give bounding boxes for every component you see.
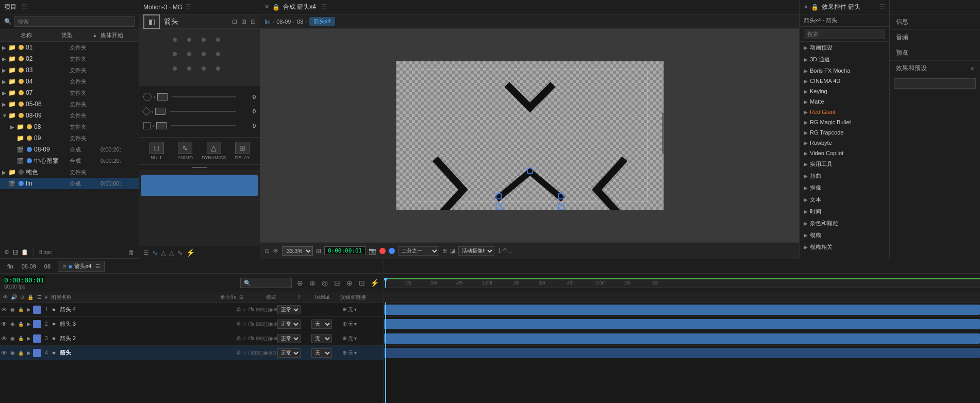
info-item[interactable]: 信息 — [890, 14, 980, 30]
project-item-fin[interactable]: ▶ 🎬 fin 合成 0:00:00: — [0, 178, 139, 189]
project-item-0809[interactable]: ▼ 📁 08-09 文件夹 — [0, 110, 139, 121]
lightning-icon[interactable]: ⚡ — [186, 248, 195, 257]
effects-cat-boris[interactable]: ▶ Boris FX Mocha — [800, 65, 889, 76]
comp-new-icon[interactable]: 📋 — [21, 249, 28, 256]
layer-3-star[interactable]: ★ — [52, 335, 60, 341]
camera-icon[interactable]: 📷 — [369, 247, 376, 255]
effects-cat-matte[interactable]: ▶ Matte — [800, 96, 889, 107]
menu-icon[interactable]: ☰ — [22, 4, 27, 11]
effects-cat-text[interactable]: ▶ 文本 — [800, 194, 889, 206]
wave-icon[interactable]: ∿ — [152, 249, 158, 257]
layer-3-expand[interactable]: ▶ — [25, 335, 33, 341]
tab-0809[interactable]: 08-09 — [19, 262, 39, 271]
chevron-left-1[interactable]: ‹ — [154, 94, 155, 100]
effects-cat-matte2[interactable]: ▶ 抠像 — [800, 182, 889, 194]
timeline-search-input[interactable] — [240, 278, 292, 288]
layer-1-expand[interactable]: ▶ — [25, 307, 33, 312]
layer-row-1[interactable]: 👁 ◉ 🔒 ▶ 1 ★ 箭头 4 单 ☆ / fx ⊞⊟◫◉⊕⊙⊡ 正常 — [0, 303, 384, 317]
layer-4-star[interactable]: ★ — [52, 350, 60, 356]
tl-solo-icon[interactable]: ◎ — [320, 279, 330, 287]
layer-row-2[interactable]: 👁 ◉ 🔒 ▶ 2 ★ 箭头 3 单 ☆ / fx ⊞⊟◫◉⊕⊙⊡ 正常 — [0, 317, 384, 331]
effects-cat-3d[interactable]: ▶ 3D 通道 — [800, 54, 889, 65]
layer-2-lock-icon[interactable]: 🔒 — [16, 322, 25, 327]
slider-2[interactable] — [170, 111, 236, 112]
chevron-left-3[interactable]: ‹ — [153, 123, 154, 129]
project-item-0809-comp[interactable]: ▶ 🎬 08-09 合成 0:00:20: — [0, 144, 139, 155]
effects-cat-blur[interactable]: ▶ 模糊 — [800, 229, 889, 241]
zoom-select[interactable]: 33.3% 50% 100% — [282, 246, 313, 256]
tl-lightning-icon[interactable]: ⚡ — [369, 279, 379, 287]
project-item-07[interactable]: ▶ 📁 07 文件夹 — [0, 87, 139, 98]
layer-2-expand[interactable]: ▶ — [25, 321, 33, 327]
motion-transform-icon[interactable]: ◧ — [143, 14, 160, 29]
animo-button[interactable]: ∿ ANIMO — [172, 142, 199, 160]
layer-2-vis-icon[interactable]: 👁 — [0, 321, 8, 328]
project-item-02[interactable]: ▶ 📁 02 文件夹 — [0, 53, 139, 64]
dynamics-button[interactable]: △ DYNAMICS — [201, 142, 227, 160]
comp-tab-label[interactable]: 合成 箭头x4 — [283, 3, 316, 11]
preview-item[interactable]: 预览 — [890, 45, 980, 61]
hamburger-icon[interactable]: ☰ — [143, 249, 149, 256]
timeline-timecode[interactable] — [4, 276, 45, 284]
motion-more-icon[interactable]: ⊟ — [251, 18, 256, 25]
tl-ripple-icon[interactable]: ⊕ — [295, 279, 305, 287]
resolution-select[interactable]: 二分之一 完整 — [398, 246, 439, 256]
motion-fit-icon[interactable]: ⊡ — [232, 18, 237, 25]
layer-3-lock-icon[interactable]: 🔒 — [16, 336, 25, 341]
null-button[interactable]: □ NULL — [143, 142, 170, 160]
lock-icon[interactable]: 🔒 — [272, 4, 280, 11]
square-control[interactable] — [143, 122, 151, 129]
layer-1-vis-icon[interactable]: 👁 — [0, 306, 8, 313]
rect-control-2[interactable] — [155, 108, 165, 115]
active-tab-close[interactable]: ✕ — [62, 263, 67, 269]
effects-cat-noise[interactable]: ▶ 杂色和颗粒 — [800, 217, 889, 229]
layer-1-star[interactable]: ★ — [52, 307, 60, 312]
delay-button[interactable]: ⊞ DELAY — [229, 142, 256, 160]
effects-cat-time[interactable]: ▶ 时间 — [800, 206, 889, 217]
layer-4-expand[interactable]: ▶ — [25, 350, 33, 356]
expand-icon[interactable]: ⊞ — [316, 247, 321, 255]
comp-menu-icon[interactable]: ☰ — [321, 4, 327, 11]
effects-cat-anim[interactable]: ▶ 动画预设 — [800, 42, 889, 54]
effects-cat-redgiant[interactable]: ▶ Red Giant — [800, 107, 889, 117]
layer-row-3[interactable]: 👁 ◉ 🔒 ▶ 3 ★ 箭头 2 单 ☆ / fx ⊞⊟◫◉⊕⊙⊡ 正常 — [0, 331, 384, 346]
project-item-pure[interactable]: ▶ 📁 纯色 文件夹 — [0, 166, 139, 178]
layer-1-track[interactable] — [384, 303, 980, 317]
footage-icon[interactable]: 🎞 — [12, 249, 18, 256]
delete-icon[interactable]: 🗑 — [128, 249, 135, 256]
timecode-display[interactable]: 0:00:00:01 — [324, 246, 366, 255]
layer-3-audio-icon[interactable]: ◉ — [8, 335, 16, 341]
effects-lock-icon[interactable]: 🔒 — [811, 4, 819, 11]
resolution-icon[interactable]: ⊞ — [442, 247, 447, 254]
layer-4-vis-icon[interactable]: 👁 — [0, 349, 8, 357]
layer-1-audio-icon[interactable]: ◉ — [8, 307, 16, 312]
tab-fin[interactable]: fin — [4, 262, 16, 271]
project-item-01[interactable]: ▶ 📁 01 文件夹 — [0, 42, 139, 53]
effects-search-right[interactable] — [894, 78, 976, 89]
layer-2-track[interactable] — [384, 317, 980, 331]
comp-ctrl-icon2[interactable]: 👁 — [273, 247, 279, 255]
slider-1[interactable] — [172, 96, 236, 97]
effects-cat-rg-trap[interactable]: ▶ RG Trapcode — [800, 127, 889, 138]
layer-2-audio-icon[interactable]: ◉ — [8, 321, 16, 327]
effects-presets-expand[interactable]: ≡ — [971, 65, 974, 71]
layer-3-track[interactable] — [384, 331, 980, 346]
chevron-left-2[interactable]: ‹ — [152, 109, 153, 114]
effects-close-icon[interactable]: ✕ — [804, 4, 808, 10]
circle-control[interactable] — [143, 93, 152, 101]
project-item-08[interactable]: ▶ 📁 08 文件夹 — [0, 121, 139, 132]
breadcrumb-0809[interactable]: 08-09 — [276, 19, 291, 25]
camera-select[interactable]: 活动摄像机 — [458, 246, 494, 256]
region-icon[interactable]: ◪ — [450, 247, 455, 254]
effects-cat-rowbyte[interactable]: ▶ Rowbyte — [800, 138, 889, 148]
close-icon[interactable]: ✕ — [264, 4, 269, 10]
breadcrumb-08[interactable]: 08 — [297, 19, 303, 25]
project-item-0506[interactable]: ▶ 📁 05-06 文件夹 — [0, 98, 139, 110]
breadcrumb-fin[interactable]: fin — [264, 19, 271, 25]
effects-cat-c4d[interactable]: ▶ CINEMA 4D — [800, 76, 889, 86]
wave2-icon[interactable]: ∿ — [177, 249, 183, 257]
project-search-input[interactable] — [14, 16, 135, 27]
layer-4-audio-icon[interactable]: ◉ — [8, 350, 16, 356]
active-tab-menu[interactable]: ☰ — [95, 263, 100, 269]
audio-item[interactable]: 音频 — [890, 30, 980, 45]
